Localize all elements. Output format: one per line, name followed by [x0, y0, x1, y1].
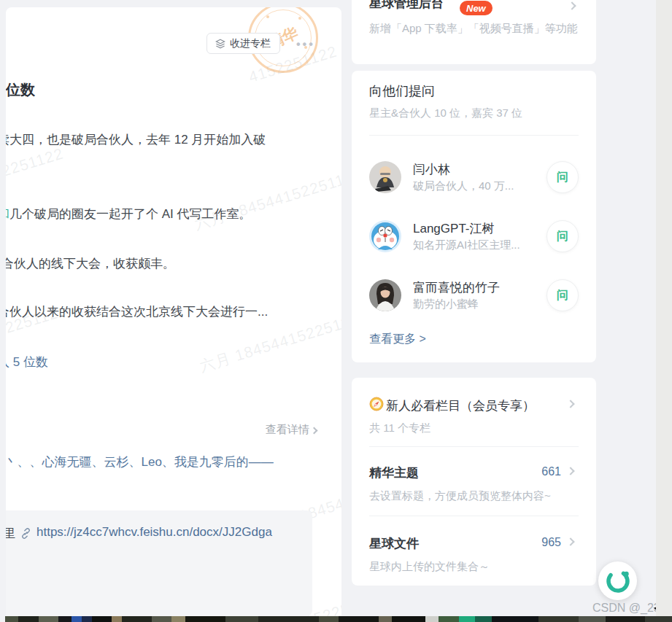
compass-icon: [369, 397, 384, 411]
member-name[interactable]: 闫小林: [413, 161, 450, 178]
planet-files-subtitle: 星球内上传的文件集合～: [369, 558, 490, 575]
loading-spinner: [598, 561, 637, 600]
chevron-right-icon: [566, 537, 574, 545]
post-paragraph: 合伙人以来的收获结合这次北京线下大会进行一...: [6, 303, 268, 320]
digest-topics-subtitle: 去设置标题，方便成员预览整体内容~: [369, 487, 551, 505]
newbie-column-title[interactable]: 新人必看栏目（会员专享）: [386, 397, 535, 414]
chevron-right-icon: [566, 400, 574, 408]
member-row[interactable]: LangGPT-江树 知名开源AI社区主理... 问: [369, 220, 579, 252]
member-row[interactable]: 富而喜悦的竹子 勤劳的小蜜蜂 问: [369, 279, 579, 311]
divider: [369, 135, 579, 136]
more-actions-button[interactable]: •••: [296, 38, 315, 51]
columns-card: 新人必看栏目（会员专享） 共 11 个专栏 精华主题 661 去设置标题，方便成…: [352, 378, 596, 586]
avatar[interactable]: [369, 220, 401, 252]
view-more-link[interactable]: 查看更多 >: [369, 332, 426, 347]
newbie-column-subtitle: 共 11 个专栏: [369, 419, 430, 437]
admin-card-title: 星球管理后台: [369, 0, 444, 12]
post-card: 4152251122 六月 184544152251122 415225112 …: [6, 7, 341, 616]
digest-topics-count: 661: [529, 465, 561, 478]
planet-files-count: 965: [529, 536, 561, 549]
ask-question-button[interactable]: 问: [547, 279, 579, 311]
csdn-watermark: CSDN @_23: [592, 602, 660, 615]
watermark-text: 4152251122: [6, 144, 66, 188]
collection-stack-icon: [215, 38, 226, 50]
quote-prefix: 里: [6, 525, 15, 542]
digest-topics-title[interactable]: 精华主题: [369, 464, 419, 481]
planet-files-title[interactable]: 星球文件: [369, 535, 419, 552]
ask-question-button[interactable]: 问: [547, 161, 579, 193]
view-detail-label: 查看详情: [266, 423, 309, 435]
collect-to-column-button[interactable]: 收进专栏: [206, 33, 280, 54]
post-title: 位数: [6, 80, 35, 100]
link-chain-icon: [20, 527, 32, 540]
member-desc: 知名开源AI社区主理...: [413, 238, 520, 252]
avatar[interactable]: [369, 161, 401, 193]
post-paragraph: 读大四，也是破局合伙人，去年 12 月开始加入破: [6, 131, 266, 148]
divider: [369, 516, 579, 516]
chevron-right-icon: [568, 1, 576, 9]
post-mentions[interactable]: J丶、、心海无疆、云杉、Leo、我是九零后的——: [6, 454, 274, 470]
post-paragraph: 合伙人的线下大会，收获颇丰。: [6, 255, 175, 272]
admin-card-desc: 新增「App 下载率」「视频号直播」等功能: [369, 20, 582, 37]
new-badge: New: [460, 1, 493, 15]
ask-card-title: 向他们提问: [369, 82, 435, 100]
member-name[interactable]: LangGPT-江树: [413, 220, 495, 237]
post-photo-strip[interactable]: [5, 616, 672, 622]
ask-them-card: 向他们提问 星主&合伙人 10 位，嘉宾 37 位 闫小林 破局合伙人，40 万…: [352, 71, 596, 362]
post-link-text[interactable]: 入 5 位数: [6, 354, 48, 370]
collect-button-label: 收进专栏: [230, 37, 271, 50]
member-row[interactable]: 闫小林 破局合伙人，40 万... 问: [369, 161, 579, 193]
admin-backend-card[interactable]: 星球管理后台 New 新增「App 下载率」「视频号直播」等功能: [352, 0, 596, 64]
member-desc: 破局合伙人，40 万...: [413, 179, 514, 193]
member-desc: 勤劳的小蜜蜂: [413, 298, 479, 311]
post-paragraph: 和几个破局的圈友一起开了个 AI 代写工作室。: [6, 206, 252, 222]
loading-spinner-arc: [602, 565, 634, 597]
divider: [369, 446, 579, 447]
chevron-right-icon: [311, 427, 318, 435]
ask-question-button[interactable]: 问: [547, 220, 579, 252]
watermark-text: 六月 184544152251122: [192, 164, 341, 235]
quoted-link-card[interactable]: 里 https://jz4cc7whcv.feishu.cn/docx/JJ2G…: [6, 510, 312, 616]
right-edge-strip: [656, 0, 672, 622]
member-name[interactable]: 富而喜悦的竹子: [413, 279, 500, 296]
quote-url: https://jz4cc7whcv.feishu.cn/docx/JJ2Gdg…: [36, 525, 272, 540]
avatar[interactable]: [369, 279, 401, 311]
view-detail-link[interactable]: 查看详情: [188, 423, 317, 437]
chevron-right-icon: [566, 467, 574, 475]
ask-card-subtitle: 星主&合伙人 10 位，嘉宾 37 位: [369, 104, 522, 122]
